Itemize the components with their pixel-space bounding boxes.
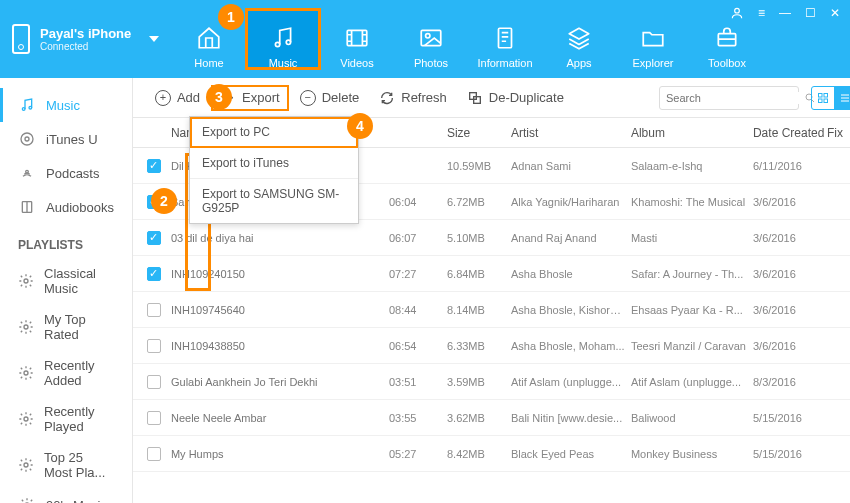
col-album[interactable]: Album xyxy=(631,126,753,140)
row-checkbox[interactable] xyxy=(147,447,161,461)
cell-date: 8/3/2016 xyxy=(753,376,827,388)
gear-icon xyxy=(18,364,34,382)
cell-date: 3/6/2016 xyxy=(753,304,827,316)
cell-artist: Anand Raj Anand xyxy=(511,232,631,244)
delete-button[interactable]: − Delete xyxy=(292,86,368,110)
annotation-badge-2: 2 xyxy=(151,188,177,214)
table-row[interactable]: INH10943885006:546.33MBAsha Bhosle, Moha… xyxy=(133,328,850,364)
svg-rect-6 xyxy=(499,28,512,48)
search-input[interactable] xyxy=(666,92,804,104)
playlist-label: My Top Rated xyxy=(44,312,114,342)
refresh-icon xyxy=(379,90,395,106)
sidebar-item-music[interactable]: Music xyxy=(0,88,132,122)
sidebar-item-audiobooks[interactable]: Audiobooks xyxy=(0,190,132,224)
export-to-pc[interactable]: Export to PC xyxy=(190,117,358,148)
nav-apps[interactable]: Apps xyxy=(542,9,616,69)
row-checkbox[interactable] xyxy=(147,375,161,389)
table-row[interactable]: ✓03 dil de diya hai06:075.10MBAnand Raj … xyxy=(133,220,850,256)
list-view-button[interactable] xyxy=(834,87,850,109)
cell-time: 08:44 xyxy=(389,304,447,316)
btn-label: Add xyxy=(177,90,200,105)
col-date[interactable]: Date Created xyxy=(753,126,827,140)
device-selector[interactable]: Payal's iPhone Connected xyxy=(0,0,172,78)
annotation-badge-1: 1 xyxy=(218,4,244,30)
svg-rect-3 xyxy=(347,30,367,45)
grid-view-button[interactable] xyxy=(812,87,834,109)
cell-time: 06:07 xyxy=(389,232,447,244)
nav-videos[interactable]: Videos xyxy=(320,9,394,69)
col-size[interactable]: Size xyxy=(447,126,511,140)
export-to-itunes[interactable]: Export to iTunes xyxy=(190,148,358,179)
sidebar-item-itunesu[interactable]: iTunes U xyxy=(0,122,132,156)
svg-point-10 xyxy=(21,133,33,145)
cell-album: Safar: A Journey - Th... xyxy=(631,268,753,280)
nav-explorer[interactable]: Explorer xyxy=(616,9,690,69)
table-row[interactable]: Neele Neele Ambar03:553.62MBBali Nitin [… xyxy=(133,400,850,436)
playlist-item[interactable]: My Top Rated xyxy=(0,304,132,350)
playlist-item[interactable]: Recently Played xyxy=(0,396,132,442)
playlist-label: Recently Played xyxy=(44,404,114,434)
cell-time: 03:51 xyxy=(389,376,447,388)
row-checkbox[interactable]: ✓ xyxy=(147,159,161,173)
dedup-icon xyxy=(467,90,483,106)
cell-size: 8.14MB xyxy=(447,304,511,316)
minimize-icon[interactable]: — xyxy=(779,6,791,20)
cell-artist: Black Eyed Peas xyxy=(511,448,631,460)
cell-album: Salaam-e-Ishq xyxy=(631,160,753,172)
gear-icon xyxy=(18,318,34,336)
cell-artist: Asha Bhosle, Kishore ... xyxy=(511,304,631,316)
cell-size: 6.84MB xyxy=(447,268,511,280)
row-checkbox[interactable]: ✓ xyxy=(147,231,161,245)
refresh-button[interactable]: Refresh xyxy=(371,86,455,110)
nav-label: Videos xyxy=(340,57,373,69)
cell-date: 6/11/2016 xyxy=(753,160,827,172)
sidebar-item-podcasts[interactable]: Podcasts xyxy=(0,156,132,190)
itunesu-icon xyxy=(18,130,36,148)
svg-point-5 xyxy=(426,34,430,38)
playlist-item[interactable]: Top 25 Most Pla... xyxy=(0,442,132,488)
export-to-samsung[interactable]: Export to SAMSUNG SM-G925P xyxy=(190,179,358,223)
row-checkbox[interactable] xyxy=(147,339,161,353)
deduplicate-button[interactable]: De-Duplicate xyxy=(459,86,572,110)
table-row[interactable]: ✓INH10924015007:276.84MBAsha BhosleSafar… xyxy=(133,256,850,292)
main-nav: Home Music Videos Photos Information App… xyxy=(172,0,764,78)
table-row[interactable]: Gulabi Aankhein Jo Teri Dekhi03:513.59MB… xyxy=(133,364,850,400)
nav-label: Home xyxy=(194,57,223,69)
content-area: + Add Export − Delete Refresh De-Duplica… xyxy=(133,78,850,503)
cell-time: 05:27 xyxy=(389,448,447,460)
svg-point-18 xyxy=(24,463,28,467)
gear-icon xyxy=(18,456,34,474)
svg-rect-27 xyxy=(818,99,822,103)
cell-album: Monkey Business xyxy=(631,448,753,460)
gear-icon xyxy=(18,410,34,428)
col-artist[interactable]: Artist xyxy=(511,126,631,140)
svg-point-9 xyxy=(29,106,32,109)
search-box[interactable] xyxy=(659,86,799,110)
svg-point-16 xyxy=(24,371,28,375)
row-checkbox[interactable]: ✓ xyxy=(147,267,161,281)
playlist-item[interactable]: Recently Added xyxy=(0,350,132,396)
cell-name: Neele Neele Ambar xyxy=(171,412,389,424)
cell-name: 03 dil de diya hai xyxy=(171,232,389,244)
cell-date: 5/15/2016 xyxy=(753,448,827,460)
annotation-badge-3: 3 xyxy=(206,84,232,110)
nav-label: Music xyxy=(269,57,298,69)
col-fix[interactable]: Fix xyxy=(827,126,850,140)
row-checkbox[interactable] xyxy=(147,303,161,317)
maximize-icon[interactable]: ☐ xyxy=(805,6,816,20)
playlist-item[interactable]: 90's Music xyxy=(0,488,132,503)
nav-information[interactable]: Information xyxy=(468,9,542,69)
table-row[interactable]: My Humps05:278.42MBBlack Eyed PeasMonkey… xyxy=(133,436,850,472)
add-button[interactable]: + Add xyxy=(147,86,208,110)
table-row[interactable]: INH10974564008:448.14MBAsha Bhosle, Kish… xyxy=(133,292,850,328)
minus-icon: − xyxy=(300,90,316,106)
row-checkbox[interactable] xyxy=(147,411,161,425)
nav-music[interactable]: Music xyxy=(246,9,320,69)
close-icon[interactable]: ✕ xyxy=(830,6,840,20)
nav-photos[interactable]: Photos xyxy=(394,9,468,69)
cell-album: Atif Aslam (unplugge... xyxy=(631,376,753,388)
btn-label: Refresh xyxy=(401,90,447,105)
playlist-item[interactable]: Classical Music xyxy=(0,258,132,304)
sidebar-label: Podcasts xyxy=(46,166,99,181)
nav-toolbox[interactable]: Toolbox xyxy=(690,9,764,69)
